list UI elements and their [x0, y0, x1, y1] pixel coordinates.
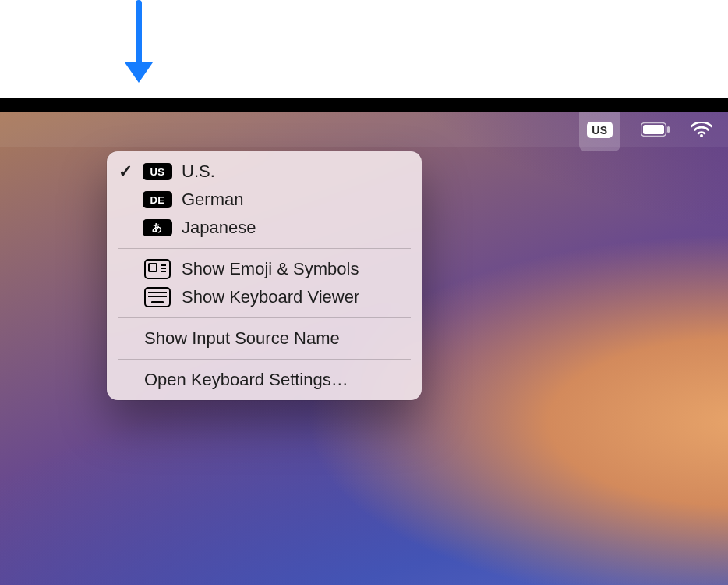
device-bezel: US: [0, 98, 728, 585]
svg-rect-2: [667, 126, 670, 133]
screen: US: [0, 112, 728, 585]
input-source-label: U.S.: [182, 161, 408, 182]
menu-item-label: Show Keyboard Viewer: [182, 287, 408, 307]
menu-item-label: Show Emoji & Symbols: [182, 259, 408, 279]
input-source-badge-icon: US: [144, 163, 171, 180]
menu-item-show-input-source-name[interactable]: Show Input Source Name: [107, 324, 422, 353]
keyboard-viewer-icon: [144, 287, 171, 307]
battery-icon[interactable]: [641, 112, 670, 147]
input-source-menu: ✓ US U.S. DE German あ Japanese: [107, 151, 422, 400]
menu-item-show-keyboard-viewer[interactable]: Show Keyboard Viewer: [107, 283, 422, 311]
annotation-arrow: [126, 0, 151, 94]
input-source-label: German: [182, 190, 408, 210]
input-source-badge-icon: DE: [144, 191, 171, 208]
svg-point-3: [700, 134, 703, 137]
menu-bar: US: [0, 112, 728, 147]
input-source-badge-icon: あ: [144, 219, 171, 236]
menu-item-show-emoji[interactable]: Show Emoji & Symbols: [107, 255, 422, 283]
input-source-item-german[interactable]: DE German: [107, 186, 422, 214]
input-source-badge: US: [587, 122, 612, 138]
svg-rect-1: [643, 125, 664, 134]
menu-item-label: Show Input Source Name: [144, 328, 408, 349]
menu-separator: [118, 317, 411, 318]
input-source-label: Japanese: [182, 218, 408, 238]
input-source-menu-bar-item[interactable]: US: [579, 112, 620, 151]
menu-separator: [118, 359, 411, 360]
menu-separator: [118, 248, 411, 249]
character-viewer-icon: [144, 259, 171, 279]
input-source-item-japanese[interactable]: あ Japanese: [107, 214, 422, 242]
wifi-icon[interactable]: [691, 112, 712, 147]
input-source-item-us[interactable]: ✓ US U.S.: [107, 158, 422, 186]
checkmark-icon: ✓: [118, 161, 133, 182]
menu-item-label: Open Keyboard Settings…: [144, 370, 408, 390]
menu-item-open-keyboard-settings[interactable]: Open Keyboard Settings…: [107, 366, 422, 394]
